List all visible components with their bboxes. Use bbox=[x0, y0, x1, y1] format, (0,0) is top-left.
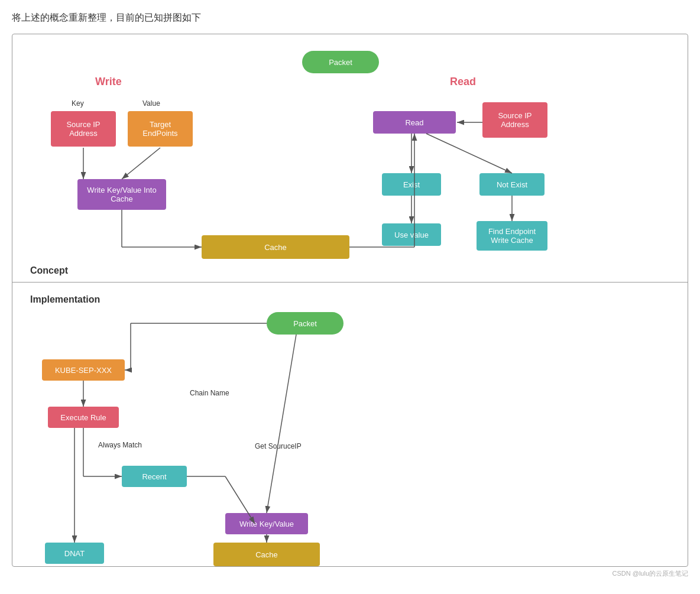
impl-write-kv-box: Write Key/Value bbox=[225, 513, 308, 534]
always-match-label: Always Match bbox=[98, 441, 142, 449]
concept-packet-box: Packet bbox=[302, 51, 379, 73]
svg-line-7 bbox=[426, 134, 512, 173]
page-title: 将上述的概念重新整理，目前的已知拼图如下 bbox=[12, 12, 688, 24]
impl-dnat-box: DNAT bbox=[45, 543, 104, 564]
impl-packet-box: Packet bbox=[267, 312, 343, 335]
impl-execute-rule-box: Execute Rule bbox=[48, 407, 119, 428]
concept-not-exist-box: Not Exist bbox=[479, 173, 545, 196]
key-label: Key bbox=[72, 99, 84, 108]
impl-section: Implementation Packet KUBE-SEP-XXX Execu… bbox=[12, 283, 688, 566]
concept-cache-box: Cache bbox=[202, 235, 349, 259]
concept-source-ip-box: Source IPAddress bbox=[51, 111, 116, 147]
chain-name-label: Chain Name bbox=[190, 389, 229, 397]
svg-line-2 bbox=[122, 148, 160, 179]
concept-read-box: Read bbox=[373, 111, 456, 134]
write-label: Write bbox=[95, 76, 122, 88]
diagram-container: Write Read Key Value Packet Source IPAdd… bbox=[12, 34, 688, 567]
value-label: Value bbox=[142, 99, 160, 108]
concept-label: Concept bbox=[30, 265, 68, 276]
concept-target-ep-box: TargetEndPoints bbox=[128, 111, 193, 147]
concept-find-ep-box: Find EndpointWrite Cache bbox=[477, 221, 547, 251]
svg-line-24 bbox=[267, 335, 296, 513]
impl-kube-sep-box: KUBE-SEP-XXX bbox=[42, 359, 125, 381]
footer: CSDN @lulu的云原生笔记 bbox=[12, 569, 688, 578]
concept-exist-box: Exist bbox=[382, 173, 441, 196]
read-label: Read bbox=[450, 76, 476, 88]
concept-write-cache-box: Write Key/Value IntoCache bbox=[77, 179, 166, 210]
impl-label: Implementation bbox=[30, 294, 100, 305]
concept-section: Write Read Key Value Packet Source IPAdd… bbox=[12, 34, 688, 283]
impl-cache-box: Cache bbox=[213, 543, 320, 566]
impl-recent-box: Recent bbox=[122, 466, 187, 487]
concept-use-value-box: Use value bbox=[382, 223, 441, 246]
get-source-label: Get SouruceIP bbox=[255, 442, 302, 450]
concept-source-ip-right-box: Source IPAddress bbox=[482, 102, 547, 138]
